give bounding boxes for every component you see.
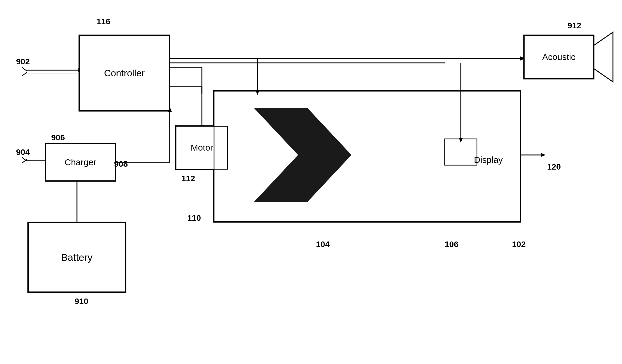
ref-908: 908 — [114, 159, 128, 169]
ref-112: 112 — [181, 174, 195, 183]
ref-910: 910 — [75, 297, 88, 306]
charger-block: Charger — [45, 143, 116, 181]
ref-104: 104 — [316, 240, 330, 249]
motor-label: Motor — [191, 143, 213, 153]
battery-label: Battery — [61, 252, 93, 263]
svg-marker-7 — [594, 32, 613, 82]
display-label: Display — [474, 155, 503, 165]
svg-line-17 — [22, 159, 27, 163]
svg-line-13 — [22, 72, 27, 76]
svg-marker-38 — [541, 153, 546, 157]
ref-116: 116 — [97, 17, 110, 26]
ref-912: 912 — [568, 21, 581, 30]
diagram-container: Controller Charger Battery Motor Display… — [0, 0, 622, 364]
svg-line-16 — [22, 157, 27, 161]
acoustic-label: Acoustic — [542, 52, 575, 62]
ref-904: 904 — [16, 148, 30, 157]
acoustic-block: Acoustic — [524, 35, 594, 79]
ref-902: 902 — [16, 57, 30, 66]
battery-block: Battery — [28, 222, 126, 292]
ref-106: 106 — [445, 240, 458, 249]
ref-110: 110 — [187, 213, 201, 223]
charger-label: Charger — [65, 157, 96, 167]
ref-120: 120 — [547, 162, 561, 172]
svg-line-12 — [22, 67, 27, 71]
ref-906: 906 — [51, 133, 65, 142]
controller-label: Controller — [104, 68, 145, 79]
controller-block: Controller — [79, 35, 170, 111]
ref-102: 102 — [512, 240, 526, 249]
